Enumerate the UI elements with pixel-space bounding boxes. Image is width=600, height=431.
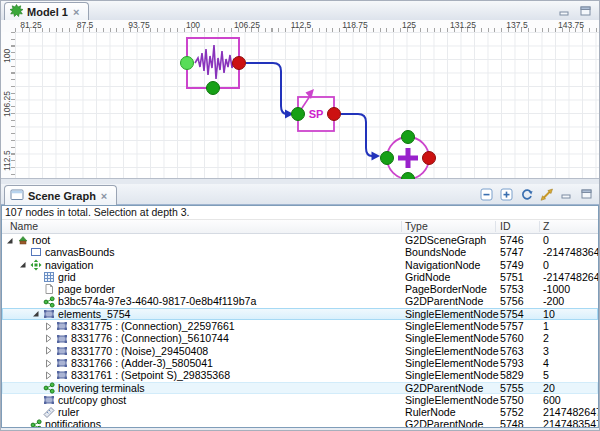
node-z: 5	[543, 369, 549, 381]
table-row[interactable]: notificationsG2DParentNode57482147483547	[2, 418, 598, 428]
ruler-label: 81.25	[20, 20, 41, 30]
column-header-id[interactable]: ID	[500, 220, 511, 232]
minimize-icon[interactable]	[557, 4, 572, 18]
expand-arrow-icon[interactable]	[5, 236, 17, 245]
bounds-icon	[30, 246, 45, 258]
grid-icon	[43, 271, 58, 283]
node-type: SingleElementNode	[405, 320, 499, 332]
tab-model-1[interactable]: Model 1 ×	[4, 2, 89, 21]
close-icon[interactable]: ×	[100, 191, 108, 201]
element-icon	[56, 369, 71, 381]
adder-block[interactable]	[381, 131, 436, 180]
top-terminal[interactable]	[402, 131, 415, 144]
column-header-z[interactable]: Z	[543, 220, 549, 232]
column-separator[interactable]	[539, 221, 540, 232]
node-z: -1000	[543, 283, 570, 295]
table-row[interactable]: canvasBoundsBoundsNode5747-2147483648	[2, 246, 598, 258]
node-id: 5763	[500, 345, 524, 357]
ruler-label: 100	[2, 49, 12, 63]
column-separator[interactable]	[401, 221, 402, 232]
table-row[interactable]: 8331770 : (Noise)_29450408SingleElementN…	[2, 345, 598, 357]
collapse-arrow-icon[interactable]	[44, 359, 56, 368]
column-header-type[interactable]: Type	[405, 220, 428, 232]
close-icon[interactable]: ×	[72, 7, 80, 17]
input-terminal[interactable]	[181, 57, 194, 70]
row-name-cell: notifications	[2, 418, 101, 428]
node-name: b3bc574a-97e3-4640-9817-0e8b4f119b7a	[58, 295, 256, 307]
table-row[interactable]: 8331776 : (Connection)_5610744SingleElem…	[2, 332, 598, 344]
table-row[interactable]: navigationNavigationNode57490	[2, 259, 598, 271]
scene-graph-icon	[10, 187, 24, 205]
table-row[interactable]: b3bc574a-97e3-4640-9817-0e8b4f119b7aG2DP…	[2, 295, 598, 307]
maximize-icon[interactable]	[579, 187, 594, 201]
table-row[interactable]: 8331761 : (Setpoint S)_29835368SingleEle…	[2, 369, 598, 381]
node-id: 5755	[500, 382, 524, 394]
scene-graph-tab-bar: Scene Graph ×	[1, 184, 599, 205]
left-terminal[interactable]	[381, 152, 394, 165]
connection-1[interactable]	[246, 63, 294, 119]
diagram-canvas[interactable]: SP	[15, 32, 600, 178]
collapse-arrow-icon[interactable]	[44, 322, 56, 331]
node-name: hovering terminals	[58, 382, 145, 394]
node-id: 5751	[500, 271, 524, 283]
node-type: SingleElementNode	[405, 332, 499, 344]
arrowhead-icon	[372, 152, 381, 161]
node-name: 8331776 : (Connection)_5610744	[71, 332, 229, 344]
row-name-cell: b3bc574a-97e3-4640-9817-0e8b4f119b7a	[2, 295, 256, 307]
node-id: 5746	[500, 234, 524, 246]
node-type: RulerNode	[405, 406, 456, 418]
diagram-editor: 81.2587.593.75100106.25112.5118.75125131…	[1, 20, 600, 179]
table-row[interactable]: 8331766 : (Adder-3)_5805041SingleElement…	[2, 357, 598, 369]
table-row[interactable]: 8331775 : (Connection)_22597661SingleEle…	[2, 320, 598, 332]
node-z: -200	[543, 295, 564, 307]
collapse-arrow-icon[interactable]	[44, 334, 56, 343]
node-id: 5747	[500, 246, 524, 258]
table-row[interactable]: rulerRulerNode57522147482647	[2, 406, 598, 418]
view-toolbar	[479, 187, 594, 201]
output-terminal[interactable]	[328, 108, 341, 121]
refresh-icon[interactable]	[519, 187, 534, 201]
node-type: NavigationNode	[405, 259, 480, 271]
output-terminal[interactable]	[233, 57, 246, 70]
node-type: BoundsNode	[405, 246, 466, 258]
collapse-arrow-icon[interactable]	[44, 371, 56, 380]
tab-scene-graph[interactable]: Scene Graph ×	[4, 185, 117, 206]
table-row[interactable]: page borderPageBorderNode5753-1000	[2, 283, 598, 295]
collapse-all-icon[interactable]	[479, 187, 494, 201]
node-name: 8331761 : (Setpoint S)_29835368	[71, 369, 230, 381]
row-name-cell: ruler	[2, 406, 79, 418]
input-terminal[interactable]	[292, 108, 305, 121]
scene-root-icon	[17, 234, 32, 246]
maximize-icon[interactable]	[578, 4, 593, 18]
expand-arrow-icon[interactable]	[18, 260, 30, 269]
row-name-cell: grid	[2, 271, 76, 283]
minimize-icon[interactable]	[559, 187, 574, 201]
table-row[interactable]: elements_5754SingleElementNode575410	[2, 308, 598, 320]
node-id: 5756	[500, 295, 524, 307]
expand-arrow-icon[interactable]	[31, 309, 43, 318]
noise-block[interactable]	[181, 38, 246, 95]
expand-all-icon[interactable]	[499, 187, 514, 201]
node-id: 5752	[500, 406, 524, 418]
parent-icon	[30, 419, 45, 428]
table-row[interactable]: rootG2DSceneGraph57460	[2, 234, 598, 246]
node-z: 0	[543, 234, 549, 246]
node-name: 8331770 : (Noise)_29450408	[71, 345, 208, 357]
link-with-editor-icon[interactable]	[539, 187, 554, 201]
node-z: 0	[543, 259, 549, 271]
node-type: G2DSceneGraph	[405, 234, 486, 246]
table-row[interactable]: gridGridNode5751-2147482648	[2, 271, 598, 283]
row-name-cell: 8331770 : (Noise)_29450408	[2, 345, 208, 357]
right-terminal[interactable]	[423, 152, 436, 165]
table-row[interactable]: hovering terminalsG2DParentNode575520	[2, 382, 598, 394]
table-row[interactable]: cut/copy ghostSingleElementNode5750600	[2, 394, 598, 406]
collapse-arrow-icon[interactable]	[44, 346, 56, 355]
row-name-cell: cut/copy ghost	[2, 394, 126, 406]
column-header-name[interactable]: Name	[10, 220, 38, 232]
node-type: SingleElementNode	[405, 357, 499, 369]
setpoint-block[interactable]: SP	[292, 89, 341, 131]
connection-2[interactable]	[341, 114, 380, 161]
bottom-terminal[interactable]	[207, 82, 220, 95]
column-separator[interactable]	[495, 221, 496, 232]
node-name: ruler	[58, 406, 79, 418]
